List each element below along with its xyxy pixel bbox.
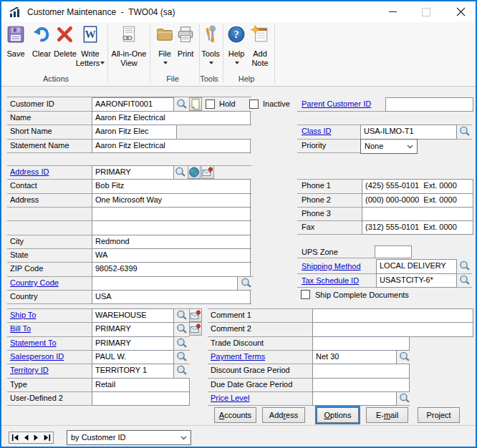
class-id-lookup-icon[interactable] <box>458 125 471 138</box>
name-field[interactable]: Aaron Fitz Electrical <box>92 111 251 125</box>
accounts-button[interactable]: Accounts <box>214 407 256 423</box>
ribbon-toolbar: Save Clear Delete W Write Letters <box>1 22 476 87</box>
shipping-method-field[interactable]: LOCAL DELIVERY <box>376 259 457 274</box>
address-button[interactable]: Address <box>262 407 305 423</box>
ups-zone-field[interactable] <box>375 245 412 258</box>
ship-complete-documents-checkbox[interactable] <box>301 290 310 299</box>
hold-checkbox[interactable] <box>206 99 215 109</box>
city-field[interactable]: Redmond <box>92 235 251 249</box>
salesperson-id-lookup-icon[interactable] <box>175 351 188 364</box>
payment-terms-field[interactable]: Net 30 <box>312 350 397 364</box>
user-defined-2-field[interactable] <box>92 391 190 406</box>
price-level-link[interactable]: Price Level <box>211 394 249 403</box>
user-defined-2-label: User-Defined 2 <box>10 394 63 403</box>
shipping-method-link[interactable]: Shipping Method <box>302 262 361 271</box>
customer-id-field[interactable]: AARONFIT0001 <box>92 97 174 112</box>
discount-grace-period-field[interactable] <box>312 364 410 379</box>
close-button[interactable] <box>445 1 477 21</box>
ship-to-field[interactable]: WAREHOUSE <box>92 308 174 323</box>
payment-terms-lookup-icon[interactable] <box>398 351 411 364</box>
price-level-lookup-icon[interactable] <box>398 392 411 405</box>
statement-name-field[interactable]: Aaron Fitz Electrical <box>92 139 251 153</box>
customer-id-note-button[interactable] <box>189 97 202 111</box>
address-id-internet-button[interactable] <box>188 165 201 179</box>
minimize-button[interactable] <box>377 1 409 21</box>
hold-label: Hold <box>219 99 236 109</box>
fax-field[interactable]: (312) 555-0101 Ext. 0000 <box>362 220 473 235</box>
trade-discount-field[interactable] <box>312 336 410 351</box>
phone2-field[interactable]: (000) 000-0000 Ext. 0000 <box>362 193 473 208</box>
tax-schedule-id-field[interactable]: USASTCITY-6* <box>376 273 457 288</box>
country-code-field[interactable] <box>92 276 238 291</box>
last-record-button[interactable] <box>43 434 51 442</box>
territory-id-lookup-icon[interactable] <box>175 364 188 377</box>
previous-record-button[interactable] <box>23 434 29 442</box>
salesperson-id-field[interactable]: PAUL W. <box>92 350 174 364</box>
tax-schedule-id-link[interactable]: Tax Schedule ID <box>302 276 359 286</box>
address-line2-field[interactable] <box>92 207 251 221</box>
state-field[interactable]: WA <box>92 248 251 263</box>
payment-terms-link[interactable]: Payment Terms <box>211 352 265 361</box>
address-id-map-button[interactable] <box>201 165 214 179</box>
phone3-label: Phone 3 <box>302 209 331 218</box>
comment2-field[interactable] <box>312 322 473 337</box>
customer-id-lookup-icon[interactable] <box>175 98 188 111</box>
due-date-grace-period-label: Due Date Grace Period <box>211 380 292 389</box>
type-field[interactable]: Retail <box>92 378 190 392</box>
ship-to-lookup-icon[interactable] <box>175 309 188 322</box>
zip-code-field[interactable]: 98052-6399 <box>92 262 251 277</box>
statement-to-link[interactable]: Statement To <box>10 339 57 348</box>
class-id-field[interactable]: USA-ILMO-T1 <box>360 125 457 140</box>
bill-to-link[interactable]: Bill To <box>10 324 31 333</box>
country-field[interactable]: USA <box>92 290 251 304</box>
shipping-method-lookup-icon[interactable] <box>458 260 471 273</box>
inactive-checkbox[interactable] <box>249 99 259 109</box>
parent-customer-id-field[interactable] <box>385 97 473 112</box>
next-record-button[interactable] <box>33 434 39 442</box>
tools-icon <box>201 25 220 44</box>
due-date-grace-period-field[interactable] <box>312 378 410 392</box>
priority-dropdown[interactable]: None <box>360 139 418 154</box>
address-line3-field[interactable] <box>92 220 251 235</box>
ship-to-link[interactable]: Ship To <box>10 311 37 320</box>
price-level-field[interactable] <box>312 391 397 406</box>
email-button[interactable]: E-mail <box>366 407 408 423</box>
statement-to-field[interactable]: PRIMARY <box>92 336 174 351</box>
address-id-link[interactable]: Address ID <box>10 167 49 177</box>
first-record-button[interactable] <box>11 434 19 442</box>
address-id-lookup-icon[interactable] <box>174 166 187 179</box>
save-button[interactable]: Save <box>1 24 30 84</box>
contact-field[interactable]: Bob Fitz <box>92 179 251 194</box>
territory-id-field[interactable]: TERRITORY 1 <box>92 364 174 379</box>
comment1-field[interactable] <box>312 308 473 323</box>
territory-id-link[interactable]: Territory ID <box>10 366 49 375</box>
parent-customer-id-link[interactable]: Parent Customer ID <box>302 99 371 109</box>
trade-discount-label: Trade Discount <box>211 339 264 348</box>
bill-to-lookup-icon[interactable] <box>175 323 188 336</box>
sort-by-dropdown[interactable]: by Customer ID <box>67 430 191 445</box>
short-name-field[interactable]: Aaron Fitz Elec <box>92 125 177 140</box>
country-code-lookup-icon[interactable] <box>240 277 253 290</box>
bill-to-map-button[interactable] <box>189 322 202 336</box>
salesperson-id-link[interactable]: Salesperson ID <box>10 352 64 361</box>
phone3-field[interactable] <box>362 207 473 221</box>
class-id-link[interactable]: Class ID <box>302 127 332 136</box>
bill-to-field[interactable]: PRIMARY <box>92 322 174 337</box>
ship-complete-documents-label: Ship Complete Documents <box>315 291 409 300</box>
address-line1-field[interactable]: One Microsoft Way <box>92 193 251 208</box>
country-code-link[interactable]: Country Code <box>10 278 59 288</box>
ribbon-group-actions: Actions <box>27 74 85 83</box>
project-button[interactable]: Project <box>418 407 460 423</box>
statement-to-lookup-icon[interactable] <box>175 337 188 350</box>
address-id-field[interactable]: PRIMARY <box>92 165 174 180</box>
ship-to-map-button[interactable] <box>189 308 202 322</box>
minimize-icon <box>389 11 397 12</box>
ribbon-group-help: Help <box>218 74 275 83</box>
ups-zone-label: UPS Zone <box>302 248 338 257</box>
clear-icon <box>32 25 51 44</box>
window-title: Customer Maintenance - TWO04 (sa) <box>27 7 175 17</box>
tax-schedule-id-lookup-icon[interactable] <box>458 274 471 287</box>
maximize-button[interactable] <box>410 1 442 21</box>
options-button[interactable]: Options <box>317 407 359 423</box>
phone1-field[interactable]: (425) 555-0101 Ext. 0000 <box>362 179 473 194</box>
